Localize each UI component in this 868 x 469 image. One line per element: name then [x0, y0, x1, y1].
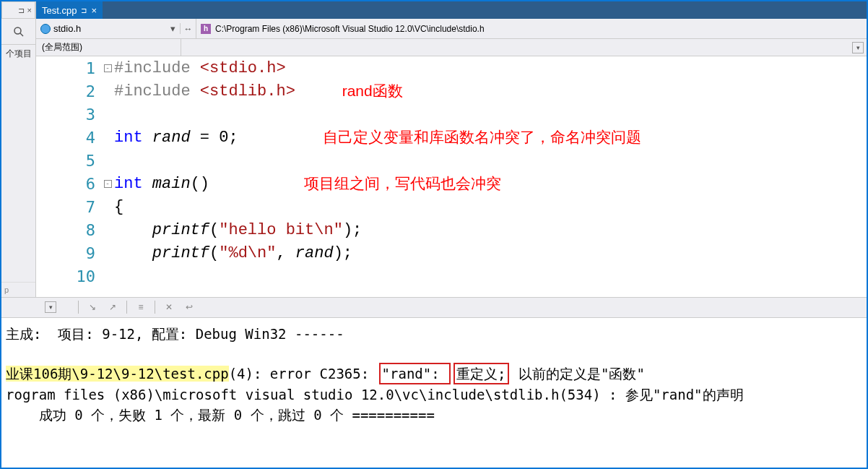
code-line: int main() 项目组之间，写代码也会冲突 [114, 172, 867, 195]
fold-toggle[interactable]: - [104, 64, 112, 72]
search-icon [13, 26, 25, 38]
svg-line-1 [20, 33, 23, 36]
line-number: 9 [36, 241, 101, 264]
output-panel: ▾ ↘ ↗ ≡ ✕ ↩ 主成: 项目: 9-12, 配置: Debug Win3… [1, 297, 867, 468]
chevron-down-icon: ▾ [852, 42, 864, 53]
line-number: 5 [36, 149, 101, 172]
close-icon[interactable]: × [27, 6, 32, 14]
line-number: 3 [36, 103, 101, 126]
annotation: rand函数 [342, 81, 403, 101]
indent-icon[interactable]: ≡ [134, 301, 147, 314]
code-area[interactable]: #include <stdio.h> #include <stdlib.h> r… [114, 56, 867, 297]
annotation: 自己定义变量和库函数名冲突了，命名冲突问题 [323, 127, 641, 147]
pin-icon[interactable]: ⊐ [18, 6, 25, 15]
code-line: #include <stdlib.h> rand函数 [114, 79, 867, 103]
code-line [114, 103, 867, 126]
line-number: 6 [36, 172, 101, 195]
code-editor[interactable]: 1 2 3 4 5 6 7 8 9 10 - - [36, 56, 867, 297]
globe-icon [40, 24, 51, 34]
clear-icon[interactable]: ✕ [162, 301, 175, 314]
line-number: 1 [36, 56, 101, 79]
tab-label: Test.cpp [42, 5, 77, 16]
line-number: 7 [36, 195, 101, 218]
file-dropdown[interactable]: stdio.h ▾ [36, 23, 181, 34]
line-number: 4 [36, 126, 101, 149]
code-line [114, 149, 867, 172]
h-icon: h [201, 24, 211, 34]
output-line: 业课106期\9-12\9-12\test.cpp(4): error C236… [6, 363, 862, 384]
main-column: Test.cpp ⊐ × stdio.h ▾ ↔ h C:\Program Fi… [36, 1, 867, 297]
scope-row: (全局范围) ▾ [36, 39, 867, 56]
output-line: 成功 0 个，失败 1 个，最新 0 个，跳过 0 个 ========== [6, 405, 862, 425]
step-out-icon[interactable]: ↗ [106, 301, 119, 314]
step-in-icon[interactable]: ↘ [86, 301, 99, 314]
highlighted-path: 业课106期\9-12\9-12\test.cpp [6, 366, 229, 382]
path-display[interactable]: h C:\Program Files (x86)\Microsoft Visua… [196, 24, 867, 34]
line-gutter: 1 2 3 4 5 6 7 8 9 10 [36, 56, 101, 297]
code-line: printf("hello bit\n"); [114, 218, 867, 241]
left-rail-label: 个项目 [1, 45, 35, 63]
left-rail-footer: p [1, 282, 35, 297]
line-number: 8 [36, 218, 101, 241]
error-redef-box: 重定义; [453, 363, 508, 384]
line-number: 10 [36, 264, 101, 288]
line-number: 2 [36, 79, 101, 103]
close-icon[interactable]: × [91, 5, 97, 16]
code-line [114, 264, 867, 288]
left-panel-header: ⊐ × [1, 1, 35, 19]
dropdown-icon[interactable]: ▾ [45, 301, 56, 313]
output-body[interactable]: 主成: 项目: 9-12, 配置: Debug Win32 ------ 业课1… [1, 318, 867, 468]
member-dropdown[interactable]: ▾ [181, 39, 867, 56]
code-line: int rand = 0; 自己定义变量和库函数名冲突了，命名冲突问题 [114, 126, 867, 149]
tab-bar: Test.cpp ⊐ × [36, 1, 867, 19]
fold-gutter: - - [101, 56, 114, 297]
path-text: C:\Program Files (x86)\Microsoft Visual … [215, 24, 485, 34]
fold-toggle[interactable]: - [104, 180, 112, 188]
file-dropdown-label: stdio.h [53, 23, 81, 34]
error-token-box: "rand": [379, 363, 451, 384]
svg-point-0 [14, 27, 21, 34]
code-line: printf("%d\n", rand); [114, 241, 867, 264]
output-line: rogram files (x86)\microsoft visual stud… [6, 384, 862, 405]
left-rail: ⊐ × 个项目 p [1, 1, 36, 297]
annotation: 项目组之间，写代码也会冲突 [304, 173, 501, 194]
top-area: ⊐ × 个项目 p Test.cpp ⊐ × stdio.h [1, 1, 867, 297]
app-root: ⊐ × 个项目 p Test.cpp ⊐ × stdio.h [0, 0, 868, 469]
swap-button[interactable]: ↔ [181, 19, 196, 38]
chevron-down-icon: ▾ [170, 23, 175, 34]
tab-test-cpp[interactable]: Test.cpp ⊐ × [36, 1, 103, 19]
search-button[interactable] [1, 19, 35, 45]
wrap-icon[interactable]: ↩ [183, 301, 196, 314]
code-line: #include <stdio.h> [114, 56, 867, 79]
code-line: { [114, 195, 867, 218]
pin-icon[interactable]: ⊐ [81, 7, 87, 14]
output-toolbar: ▾ ↘ ↗ ≡ ✕ ↩ [1, 298, 867, 318]
nav-row: stdio.h ▾ ↔ h C:\Program Files (x86)\Mic… [36, 19, 867, 39]
scope-dropdown[interactable]: (全局范围) [36, 41, 181, 53]
output-line: 主成: 项目: 9-12, 配置: Debug Win32 ------ [6, 324, 862, 344]
